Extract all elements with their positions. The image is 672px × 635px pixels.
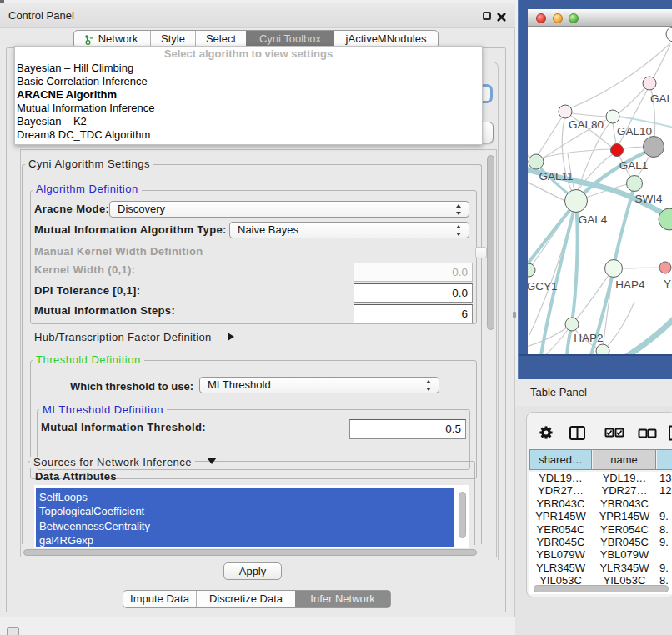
- svg-text:SWI4: SWI4: [634, 192, 662, 205]
- svg-text:HAP2: HAP2: [574, 332, 603, 344]
- svg-text:GAL4: GAL4: [579, 213, 608, 226]
- svg-text:GAL7: GAL7: [650, 92, 672, 105]
- svg-text:YIL: YIL: [664, 278, 672, 290]
- svg-text:GAL80: GAL80: [569, 118, 604, 131]
- svg-text:GCY1: GCY1: [528, 280, 557, 292]
- svg-text:HAP4: HAP4: [615, 278, 645, 291]
- svg-text:GAL11: GAL11: [539, 170, 573, 182]
- svg-text:GAL10: GAL10: [617, 125, 652, 138]
- svg-text:GAL1: GAL1: [619, 159, 649, 172]
